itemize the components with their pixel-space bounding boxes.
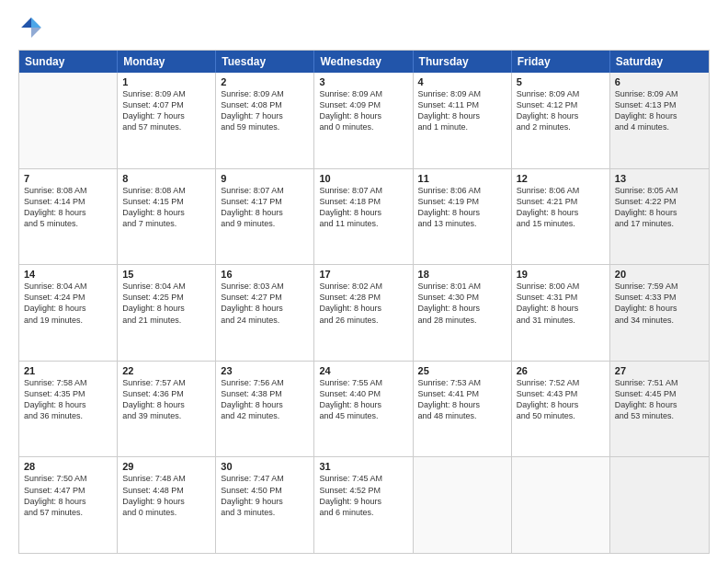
sunrise-text: Sunrise: 7:50 AM	[24, 473, 112, 484]
day-number: 7	[24, 173, 112, 184]
calendar-cell	[512, 457, 610, 553]
sunrise-text: Sunrise: 8:06 AM	[418, 185, 506, 196]
daylight-text: Daylight: 7 hours	[122, 110, 210, 121]
sunrise-text: Sunrise: 8:07 AM	[221, 185, 309, 196]
daylight-text-2: and 50 minutes.	[517, 410, 605, 421]
daylight-text: Daylight: 8 hours	[319, 110, 407, 121]
sunset-text: Sunset: 4:17 PM	[221, 196, 309, 207]
calendar-cell: 29Sunrise: 7:48 AMSunset: 4:48 PMDayligh…	[118, 457, 216, 553]
sunset-text: Sunset: 4:47 PM	[24, 485, 112, 496]
calendar-row-1: 7Sunrise: 8:08 AMSunset: 4:14 PMDaylight…	[19, 168, 709, 265]
daylight-text-2: and 39 minutes.	[122, 410, 210, 421]
day-number: 19	[517, 269, 605, 280]
sunset-text: Sunset: 4:11 PM	[418, 99, 506, 110]
header-day-thursday: Thursday	[414, 51, 512, 73]
sunrise-text: Sunrise: 7:55 AM	[319, 377, 407, 388]
daylight-text: Daylight: 8 hours	[418, 110, 506, 121]
daylight-text-2: and 17 minutes.	[615, 218, 704, 229]
daylight-text-2: and 19 minutes.	[24, 315, 112, 326]
day-number: 17	[319, 269, 407, 280]
calendar-header: SundayMondayTuesdayWednesdayThursdayFrid…	[19, 51, 709, 73]
calendar-cell: 4Sunrise: 8:09 AMSunset: 4:11 PMDaylight…	[414, 73, 512, 168]
calendar-cell: 1Sunrise: 8:09 AMSunset: 4:07 PMDaylight…	[118, 73, 216, 168]
day-number: 6	[615, 76, 704, 87]
day-number: 13	[615, 173, 704, 184]
calendar-cell: 15Sunrise: 8:04 AMSunset: 4:25 PMDayligh…	[118, 265, 216, 361]
calendar-cell	[19, 73, 118, 168]
sunset-text: Sunset: 4:27 PM	[221, 292, 309, 303]
day-number: 30	[221, 461, 309, 472]
daylight-text-2: and 31 minutes.	[517, 315, 605, 326]
daylight-text: Daylight: 8 hours	[517, 207, 605, 218]
day-number: 4	[418, 76, 506, 87]
calendar-row-0: 1Sunrise: 8:09 AMSunset: 4:07 PMDaylight…	[19, 73, 709, 168]
sunset-text: Sunset: 4:45 PM	[615, 388, 704, 399]
calendar-cell	[414, 457, 512, 553]
calendar-cell: 14Sunrise: 8:04 AMSunset: 4:24 PMDayligh…	[19, 265, 118, 361]
svg-marker-1	[31, 28, 41, 38]
daylight-text-2: and 26 minutes.	[319, 315, 407, 326]
sunrise-text: Sunrise: 8:09 AM	[517, 88, 605, 99]
daylight-text: Daylight: 8 hours	[122, 207, 210, 218]
sunrise-text: Sunrise: 7:57 AM	[122, 377, 210, 388]
calendar-cell: 12Sunrise: 8:06 AMSunset: 4:21 PMDayligh…	[512, 169, 610, 265]
sunset-text: Sunset: 4:38 PM	[221, 388, 309, 399]
daylight-text-2: and 6 minutes.	[319, 507, 407, 518]
daylight-text-2: and 57 minutes.	[122, 121, 210, 132]
calendar-row-2: 14Sunrise: 8:04 AMSunset: 4:24 PMDayligh…	[19, 264, 709, 361]
sunrise-text: Sunrise: 7:59 AM	[615, 281, 704, 292]
sunset-text: Sunset: 4:08 PM	[221, 99, 309, 110]
svg-marker-0	[31, 17, 41, 28]
calendar-cell	[610, 457, 709, 553]
day-number: 14	[24, 269, 112, 280]
calendar-cell: 24Sunrise: 7:55 AMSunset: 4:40 PMDayligh…	[314, 362, 413, 457]
calendar-cell: 27Sunrise: 7:51 AMSunset: 4:45 PMDayligh…	[610, 362, 709, 457]
daylight-text: Daylight: 8 hours	[418, 303, 506, 314]
daylight-text: Daylight: 8 hours	[615, 303, 704, 314]
day-number: 3	[319, 76, 407, 87]
sunrise-text: Sunrise: 8:04 AM	[122, 281, 210, 292]
calendar-cell: 31Sunrise: 7:45 AMSunset: 4:52 PMDayligh…	[314, 457, 413, 553]
sunrise-text: Sunrise: 8:06 AM	[517, 185, 605, 196]
day-number: 29	[122, 461, 210, 472]
day-number: 18	[418, 269, 506, 280]
calendar-cell: 8Sunrise: 8:08 AMSunset: 4:15 PMDaylight…	[118, 169, 216, 265]
day-number: 1	[122, 76, 210, 87]
sunrise-text: Sunrise: 8:09 AM	[221, 88, 309, 99]
logo	[18, 15, 48, 40]
daylight-text: Daylight: 8 hours	[319, 303, 407, 314]
header-day-wednesday: Wednesday	[314, 51, 413, 73]
day-number: 22	[122, 365, 210, 376]
day-number: 12	[517, 173, 605, 184]
day-number: 31	[319, 461, 407, 472]
sunset-text: Sunset: 4:19 PM	[418, 196, 506, 207]
sunrise-text: Sunrise: 8:09 AM	[122, 88, 210, 99]
calendar: SundayMondayTuesdayWednesdayThursdayFrid…	[18, 50, 710, 554]
svg-marker-2	[21, 17, 31, 28]
calendar-cell: 9Sunrise: 8:07 AMSunset: 4:17 PMDaylight…	[216, 169, 314, 265]
sunset-text: Sunset: 4:50 PM	[221, 485, 309, 496]
sunset-text: Sunset: 4:31 PM	[517, 292, 605, 303]
sunset-text: Sunset: 4:33 PM	[615, 292, 704, 303]
day-number: 23	[221, 365, 309, 376]
sunset-text: Sunset: 4:07 PM	[122, 99, 210, 110]
day-number: 25	[418, 365, 506, 376]
calendar-cell: 7Sunrise: 8:08 AMSunset: 4:14 PMDaylight…	[19, 169, 118, 265]
calendar-cell: 23Sunrise: 7:56 AMSunset: 4:38 PMDayligh…	[216, 362, 314, 457]
daylight-text: Daylight: 9 hours	[221, 496, 309, 507]
calendar-cell: 19Sunrise: 8:00 AMSunset: 4:31 PMDayligh…	[512, 265, 610, 361]
daylight-text-2: and 24 minutes.	[221, 315, 309, 326]
daylight-text: Daylight: 8 hours	[615, 207, 704, 218]
sunset-text: Sunset: 4:30 PM	[418, 292, 506, 303]
daylight-text-2: and 48 minutes.	[418, 410, 506, 421]
daylight-text-2: and 57 minutes.	[24, 507, 112, 518]
header-day-friday: Friday	[512, 51, 610, 73]
sunrise-text: Sunrise: 8:08 AM	[24, 185, 112, 196]
calendar-cell: 18Sunrise: 8:01 AMSunset: 4:30 PMDayligh…	[414, 265, 512, 361]
sunset-text: Sunset: 4:41 PM	[418, 388, 506, 399]
calendar-cell: 25Sunrise: 7:53 AMSunset: 4:41 PMDayligh…	[414, 362, 512, 457]
daylight-text-2: and 15 minutes.	[517, 218, 605, 229]
daylight-text-2: and 3 minutes.	[221, 507, 309, 518]
daylight-text-2: and 0 minutes.	[319, 121, 407, 132]
day-number: 27	[615, 365, 704, 376]
